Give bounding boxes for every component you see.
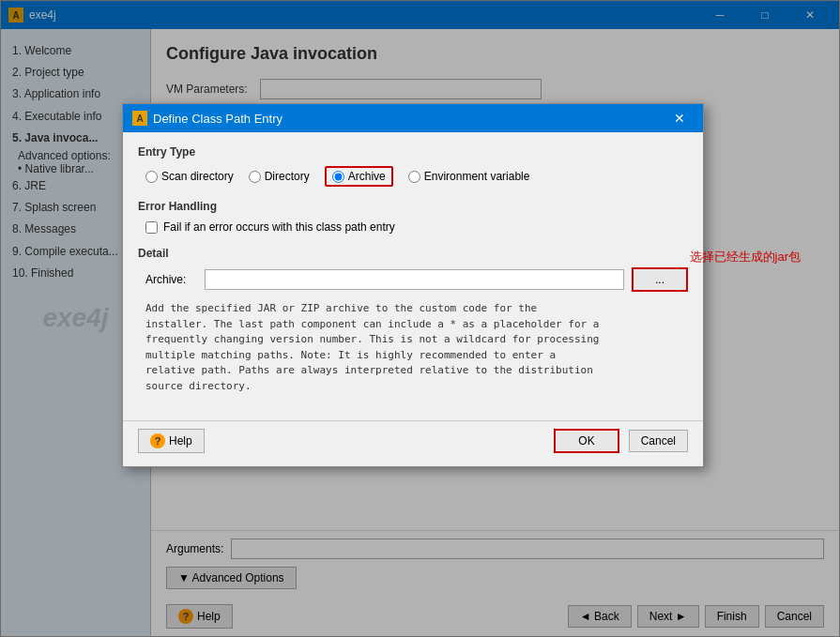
modal-help-icon: ? — [150, 433, 165, 448]
modal-footer: ? Help OK Cancel — [123, 420, 703, 466]
archive-field-label: Archive: — [145, 273, 197, 286]
radio-scan-directory[interactable]: Scan directory — [145, 170, 234, 183]
description-text: Add the specified JAR or ZIP archive to … — [138, 301, 688, 394]
modal-help-button[interactable]: ? Help — [138, 429, 205, 453]
modal-title-left: A Define Class Path Entry — [132, 111, 283, 126]
fail-on-error-checkbox[interactable] — [145, 221, 158, 234]
radio-directory[interactable]: Directory — [249, 170, 310, 183]
define-classpath-dialog: A Define Class Path Entry ✕ Entry Type S… — [122, 103, 704, 467]
archive-browse-button[interactable]: ... — [632, 267, 688, 292]
modal-ok-button[interactable]: OK — [554, 429, 619, 453]
entry-type-radio-group: Scan directory Directory Archive Environ… — [138, 166, 688, 187]
modal-close-button[interactable]: ✕ — [665, 104, 694, 132]
radio-env-variable[interactable]: Environment variable — [408, 170, 530, 183]
error-handling-checkbox-row: Fail if an error occurs with this class … — [138, 220, 688, 234]
archive-field-input[interactable] — [205, 269, 624, 290]
modal-title-bar: A Define Class Path Entry ✕ — [123, 104, 703, 132]
modal-overlay: A Define Class Path Entry ✕ Entry Type S… — [0, 0, 840, 637]
main-window: A exe4j ─ □ ✕ 1. Welcome 2. Project type… — [0, 0, 840, 637]
entry-type-label: Entry Type — [138, 145, 688, 159]
error-handling-label: Error Handling — [138, 200, 688, 213]
modal-title: Define Class Path Entry — [153, 112, 283, 126]
annotation-text: 选择已经生成的jar包 — [690, 249, 801, 265]
detail-label: Detail — [138, 247, 688, 260]
radio-archive[interactable]: Archive — [325, 166, 393, 187]
fail-on-error-label: Fail if an error occurs with this class … — [163, 220, 395, 234]
modal-app-icon: A — [132, 111, 147, 126]
detail-row: Archive: ... 选择已经生成的jar包 — [138, 267, 688, 292]
error-handling-section: Error Handling Fail if an error occurs w… — [138, 200, 688, 234]
modal-cancel-button[interactable]: Cancel — [629, 430, 688, 452]
modal-body: Entry Type Scan directory Directory Arch… — [123, 132, 703, 420]
